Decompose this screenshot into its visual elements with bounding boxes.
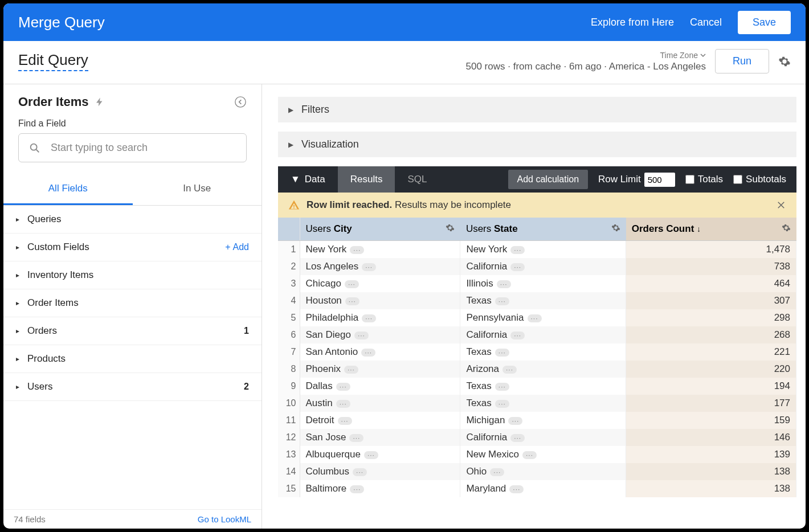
more-icon[interactable]: ··· bbox=[364, 451, 378, 459]
tab-in-use[interactable]: In Use bbox=[133, 174, 262, 205]
add-calculation-button[interactable]: Add calculation bbox=[508, 170, 589, 189]
cell-city[interactable]: Detroit··· bbox=[300, 412, 460, 429]
cell-state[interactable]: Texas··· bbox=[460, 378, 626, 395]
more-icon[interactable]: ··· bbox=[354, 332, 369, 339]
filters-section-toggle[interactable]: ▶ Filters bbox=[278, 97, 796, 122]
cell-count[interactable]: 138 bbox=[626, 480, 796, 497]
cell-city[interactable]: San Antonio··· bbox=[300, 343, 460, 361]
totals-checkbox-input[interactable] bbox=[685, 175, 694, 184]
more-icon[interactable]: ··· bbox=[510, 263, 525, 271]
cell-city[interactable]: Philadelphia··· bbox=[300, 309, 460, 326]
column-gear-state[interactable] bbox=[611, 223, 620, 232]
more-icon[interactable]: ··· bbox=[509, 485, 524, 493]
more-icon[interactable]: ··· bbox=[510, 332, 525, 339]
cell-state[interactable]: Arizona··· bbox=[460, 361, 626, 378]
subtotals-checkbox[interactable]: Subtotals bbox=[733, 174, 786, 185]
cancel-link[interactable]: Cancel bbox=[690, 17, 722, 28]
more-icon[interactable]: ··· bbox=[495, 383, 509, 391]
more-icon[interactable]: ··· bbox=[362, 263, 376, 271]
more-icon[interactable]: ··· bbox=[350, 485, 364, 493]
more-icon[interactable]: ··· bbox=[510, 434, 525, 442]
more-icon[interactable]: ··· bbox=[338, 417, 352, 425]
field-group-users[interactable]: ▸Users2 bbox=[3, 373, 262, 401]
cell-city[interactable]: Los Angeles··· bbox=[300, 258, 460, 275]
field-group-queries[interactable]: ▸Queries bbox=[3, 206, 262, 234]
cell-state[interactable]: Ohio··· bbox=[460, 463, 626, 480]
cell-count[interactable]: 146 bbox=[626, 429, 796, 446]
more-icon[interactable]: ··· bbox=[353, 468, 367, 476]
totals-checkbox[interactable]: Totals bbox=[685, 174, 723, 185]
results-tab[interactable]: Results bbox=[338, 166, 395, 193]
cell-count[interactable]: 738 bbox=[626, 258, 796, 275]
add-custom-field-link[interactable]: + Add bbox=[225, 242, 249, 252]
cell-state[interactable]: New York··· bbox=[460, 241, 626, 259]
cell-state[interactable]: California··· bbox=[460, 258, 626, 275]
more-icon[interactable]: ··· bbox=[349, 434, 363, 442]
data-tab[interactable]: ▼ Data bbox=[278, 166, 338, 193]
cell-count[interactable]: 464 bbox=[626, 275, 796, 292]
sql-tab[interactable]: SQL bbox=[395, 166, 439, 193]
cell-city[interactable]: Albuquerque··· bbox=[300, 446, 460, 463]
go-to-lookml-link[interactable]: Go to LookML bbox=[198, 514, 251, 524]
more-icon[interactable]: ··· bbox=[495, 297, 509, 305]
more-icon[interactable]: ··· bbox=[490, 468, 504, 476]
cell-city[interactable]: Chicago··· bbox=[300, 275, 460, 292]
cell-city[interactable]: Baltimore··· bbox=[300, 480, 460, 497]
more-icon[interactable]: ··· bbox=[495, 349, 509, 357]
run-button[interactable]: Run bbox=[715, 49, 769, 73]
cell-city[interactable]: Austin··· bbox=[300, 395, 460, 412]
more-icon[interactable]: ··· bbox=[528, 314, 542, 322]
cell-count[interactable]: 177 bbox=[626, 395, 796, 412]
cell-city[interactable]: Dallas··· bbox=[300, 378, 460, 395]
visualization-section-toggle[interactable]: ▶ Visualization bbox=[278, 132, 796, 157]
cell-city[interactable]: Phoenix··· bbox=[300, 361, 460, 378]
collapse-sidebar-button[interactable] bbox=[234, 96, 247, 108]
cell-count[interactable]: 268 bbox=[626, 326, 796, 343]
cell-state[interactable]: Maryland··· bbox=[460, 480, 626, 497]
cell-count[interactable]: 194 bbox=[626, 378, 796, 395]
more-icon[interactable]: ··· bbox=[336, 400, 350, 408]
column-header-count[interactable]: Orders Count ↓ bbox=[626, 218, 796, 241]
cell-count[interactable]: 307 bbox=[626, 292, 796, 309]
more-icon[interactable]: ··· bbox=[510, 246, 525, 254]
cell-city[interactable]: San Jose··· bbox=[300, 429, 460, 446]
search-input[interactable] bbox=[18, 133, 247, 162]
more-icon[interactable]: ··· bbox=[344, 366, 358, 374]
save-button[interactable]: Save bbox=[738, 11, 791, 34]
cell-city[interactable]: Columbus··· bbox=[300, 463, 460, 480]
cell-state[interactable]: Michigan··· bbox=[460, 412, 626, 429]
field-group-inventory-items[interactable]: ▸Inventory Items bbox=[3, 261, 262, 289]
cell-state[interactable]: Texas··· bbox=[460, 292, 626, 309]
column-header-city[interactable]: Users City bbox=[300, 218, 460, 241]
more-icon[interactable]: ··· bbox=[361, 349, 375, 357]
cell-state[interactable]: Pennsylvania··· bbox=[460, 309, 626, 326]
cell-city[interactable]: New York··· bbox=[300, 241, 460, 259]
column-gear-count[interactable] bbox=[782, 223, 791, 232]
column-gear-city[interactable] bbox=[446, 223, 455, 232]
cell-state[interactable]: New Mexico··· bbox=[460, 446, 626, 463]
subtotals-checkbox-input[interactable] bbox=[733, 175, 742, 184]
more-icon[interactable]: ··· bbox=[508, 417, 522, 425]
field-group-order-items[interactable]: ▸Order Items bbox=[3, 289, 262, 317]
more-icon[interactable]: ··· bbox=[336, 383, 350, 391]
field-group-custom-fields[interactable]: ▸Custom Fields+ Add bbox=[3, 234, 262, 261]
cell-state[interactable]: Texas··· bbox=[460, 395, 626, 412]
cell-count[interactable]: 138 bbox=[626, 463, 796, 480]
more-icon[interactable]: ··· bbox=[495, 400, 509, 408]
more-icon[interactable]: ··· bbox=[362, 314, 376, 322]
row-limit-input[interactable] bbox=[644, 173, 675, 187]
explore-from-here-link[interactable]: Explore from Here bbox=[591, 17, 674, 28]
column-header-state[interactable]: Users State bbox=[460, 218, 626, 241]
cell-city[interactable]: Houston··· bbox=[300, 292, 460, 309]
field-group-products[interactable]: ▸Products bbox=[3, 345, 262, 373]
more-icon[interactable]: ··· bbox=[345, 297, 359, 305]
more-icon[interactable]: ··· bbox=[497, 280, 511, 288]
cell-count[interactable]: 139 bbox=[626, 446, 796, 463]
more-icon[interactable]: ··· bbox=[350, 246, 364, 254]
field-group-orders[interactable]: ▸Orders1 bbox=[3, 317, 262, 345]
cell-state[interactable]: Texas··· bbox=[460, 343, 626, 361]
cell-city[interactable]: San Diego··· bbox=[300, 326, 460, 343]
cell-state[interactable]: Illinois··· bbox=[460, 275, 626, 292]
cell-count[interactable]: 1,478 bbox=[626, 241, 796, 259]
tab-all-fields[interactable]: All Fields bbox=[3, 174, 133, 205]
